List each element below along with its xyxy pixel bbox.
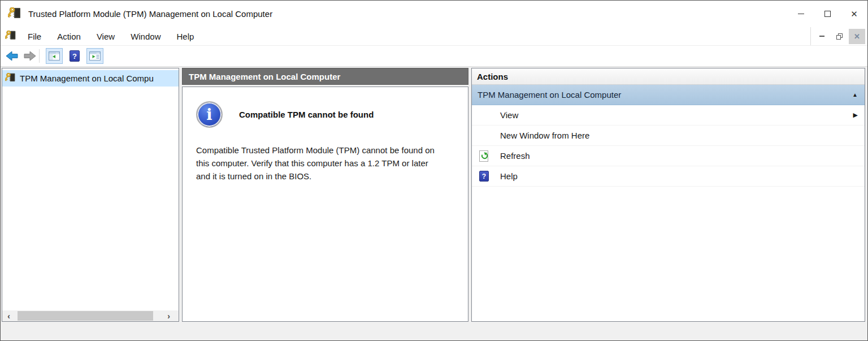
help-icon: ?: [479, 171, 489, 182]
submenu-arrow-icon: ▶: [853, 111, 858, 119]
child-close-button[interactable]: ✕: [849, 29, 865, 44]
action-item-view[interactable]: View ▶: [472, 105, 865, 126]
minimize-button[interactable]: [788, 1, 814, 27]
actions-pane: Actions TPM Management on Local Computer…: [471, 68, 865, 322]
minimize-icon: [798, 14, 804, 14]
action-item-help[interactable]: ? Help: [472, 166, 865, 187]
results-pane-header: TPM Management on Local Computer: [182, 68, 468, 85]
actions-pane-title: Actions: [472, 68, 865, 85]
forward-button[interactable]: [21, 48, 37, 64]
menu-bar: File Action View Window Help ✕: [1, 27, 867, 46]
toolbar: ?: [1, 46, 867, 67]
refresh-icon: [479, 150, 488, 162]
menu-file[interactable]: File: [20, 27, 49, 45]
restore-icon: [836, 33, 843, 40]
actions-section-label: TPM Management on Local Computer: [478, 90, 621, 100]
tpm-key-icon: [5, 73, 16, 84]
scrollbar-thumb[interactable]: [18, 311, 153, 321]
forward-arrow-icon: [21, 51, 36, 61]
console-tree-icon: [49, 51, 60, 61]
back-arrow-icon: [6, 51, 20, 61]
icon-slot: ?: [472, 171, 500, 182]
window-title: Trusted Platform Module (TPM) Management…: [28, 9, 272, 19]
app-window: Trusted Platform Module (TPM) Management…: [0, 0, 868, 341]
results-pane-body: i Compatible TPM cannot be found Compati…: [182, 87, 468, 322]
menu-action[interactable]: Action: [49, 27, 89, 45]
tpm-key-icon: [5, 31, 16, 42]
menu-window[interactable]: Window: [123, 27, 168, 45]
back-button[interactable]: [5, 48, 21, 64]
action-item-label: Refresh: [500, 151, 530, 161]
status-bar: [1, 322, 867, 340]
status-description: Compatible Trusted Platform Module (TPM)…: [196, 144, 442, 183]
child-restore-button[interactable]: [831, 29, 848, 44]
console-tree-pane: TPM Management on Local Compu ‹ ›: [2, 68, 179, 322]
horizontal-scrollbar[interactable]: ‹ ›: [2, 310, 179, 321]
menu-help[interactable]: Help: [168, 27, 202, 45]
title-bar: Trusted Platform Module (TPM) Management…: [1, 1, 867, 27]
info-icon: i: [196, 101, 223, 128]
child-minimize-button[interactable]: [814, 29, 830, 44]
action-item-refresh[interactable]: Refresh: [472, 146, 865, 166]
window-controls: ✕: [788, 1, 867, 27]
close-button[interactable]: ✕: [841, 1, 867, 27]
main-area: TPM Management on Local Compu ‹ › TPM Ma…: [1, 67, 867, 322]
child-window-controls: ✕: [810, 27, 867, 45]
close-icon: ✕: [854, 33, 860, 40]
action-pane-icon: [89, 51, 101, 61]
show-console-tree-button[interactable]: [46, 48, 63, 64]
collapse-icon[interactable]: ▲: [852, 92, 858, 98]
icon-slot: [472, 150, 500, 162]
minimize-icon: [819, 36, 824, 37]
tree-item-tpm-management[interactable]: TPM Management on Local Compu: [2, 70, 179, 87]
menu-view[interactable]: View: [89, 27, 123, 45]
scroll-left-arrow-icon[interactable]: ‹: [3, 310, 14, 321]
scroll-right-arrow-icon[interactable]: ›: [163, 310, 174, 321]
action-item-label: New Window from Here: [500, 131, 589, 140]
action-item-label: View: [500, 110, 518, 120]
action-item-new-window[interactable]: New Window from Here: [472, 126, 865, 146]
help-icon: ?: [70, 50, 80, 62]
status-heading-row: i Compatible TPM cannot be found: [196, 101, 454, 128]
results-pane: TPM Management on Local Computer i Compa…: [182, 68, 468, 322]
help-button[interactable]: ?: [66, 48, 83, 64]
close-icon: ✕: [850, 10, 858, 18]
show-action-pane-button[interactable]: [86, 48, 103, 64]
maximize-icon: [824, 11, 831, 17]
tree-item-label: TPM Management on Local Compu: [20, 74, 154, 83]
tpm-key-icon: [8, 7, 21, 21]
actions-section-header[interactable]: TPM Management on Local Computer ▲: [472, 85, 865, 105]
action-item-label: Help: [500, 171, 518, 181]
toolbar-separator: [39, 49, 40, 63]
status-heading: Compatible TPM cannot be found: [239, 110, 374, 119]
maximize-button[interactable]: [814, 1, 841, 27]
